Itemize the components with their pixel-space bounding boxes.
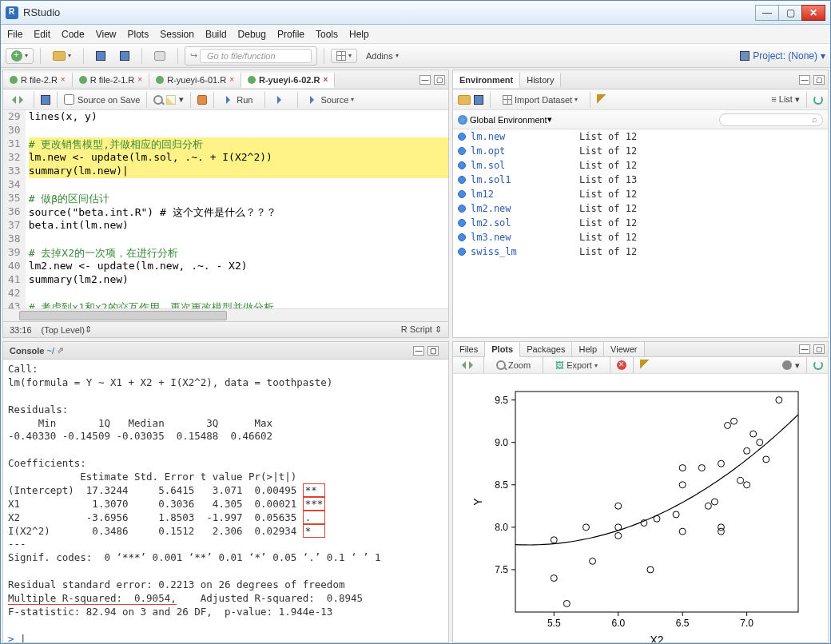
forward-icon[interactable] [19, 96, 27, 104]
object-icon [458, 133, 466, 141]
maximize-button[interactable]: ▢ [778, 5, 802, 21]
clear-plots-icon[interactable] [640, 360, 651, 371]
compile-icon[interactable] [197, 95, 207, 105]
app-title: RStudio [23, 6, 60, 18]
run-button[interactable]: Run [221, 93, 258, 107]
svg-point-21 [551, 575, 557, 582]
save-env-icon[interactable] [474, 95, 483, 105]
minimize-pane-icon[interactable]: — [799, 344, 810, 354]
menu-session[interactable]: Session [160, 29, 194, 40]
source-tab[interactable]: R-yueyi-6-02.R× [241, 73, 335, 88]
source-on-save-checkbox[interactable] [64, 94, 74, 105]
svg-point-34 [679, 482, 686, 488]
save-all-button[interactable] [114, 49, 135, 63]
minimize-button[interactable]: — [755, 5, 779, 21]
tab-help[interactable]: Help [572, 342, 604, 356]
svg-point-42 [724, 422, 730, 428]
file-type-label[interactable]: R Script [401, 324, 432, 334]
tab-history[interactable]: History [520, 73, 561, 87]
env-item[interactable]: lm.sol1List of 13 [453, 173, 828, 187]
source-statusbar: 33:16 (Top Level) ⇕ R Script ⇕ [3, 321, 448, 337]
env-item[interactable]: lm3.newList of 12 [453, 230, 828, 244]
svg-text:9.0: 9.0 [495, 437, 508, 448]
list-mode-button[interactable]: List [779, 94, 793, 104]
env-item[interactable]: lm12List of 12 [453, 187, 828, 201]
tab-viewer[interactable]: Viewer [604, 342, 644, 356]
source-tab[interactable]: R file-2-1.R× [73, 73, 149, 87]
console-header: Console ~/ ⇗ —▢ [3, 342, 448, 360]
menu-edit[interactable]: Edit [34, 29, 50, 40]
menu-plots[interactable]: Plots [128, 29, 149, 40]
find-icon[interactable] [153, 95, 163, 105]
close-button[interactable]: ✕ [801, 5, 825, 21]
gear-icon[interactable] [782, 360, 792, 370]
menu-file[interactable]: File [7, 29, 22, 40]
print-button[interactable] [149, 49, 171, 63]
menu-code[interactable]: Code [62, 29, 85, 40]
addins-button[interactable]: Addins ▾ [360, 49, 404, 63]
env-item[interactable]: lm.optList of 12 [453, 144, 828, 158]
object-icon [458, 190, 466, 198]
maximize-pane-icon[interactable]: ▢ [427, 346, 439, 356]
refresh-plot-icon[interactable] [813, 360, 823, 370]
env-item[interactable]: lm.solList of 12 [453, 158, 828, 173]
prev-plot-icon[interactable] [458, 361, 466, 369]
svg-point-27 [614, 524, 621, 531]
code-editor[interactable]: 293031323334353637383940414243444546 lin… [3, 110, 448, 308]
zoom-button[interactable]: Zoom [491, 358, 536, 372]
scope-label[interactable]: (Top Level) [42, 325, 85, 335]
save-icon[interactable] [41, 95, 50, 105]
maximize-pane-icon[interactable]: ▢ [434, 75, 445, 85]
menu-build[interactable]: Build [205, 29, 227, 40]
open-button[interactable]: ▾ [47, 49, 77, 63]
back-icon[interactable] [8, 96, 16, 104]
rerun-button[interactable] [272, 93, 291, 106]
object-icon [458, 176, 466, 184]
svg-point-43 [730, 418, 737, 424]
env-search-input[interactable] [719, 113, 823, 126]
env-scope-label[interactable]: Global Environment [470, 115, 547, 125]
load-icon[interactable] [458, 95, 471, 105]
minimize-pane-icon[interactable]: — [419, 75, 431, 85]
env-item[interactable]: lm2.newList of 12 [453, 201, 828, 216]
svg-text:9.5: 9.5 [495, 395, 508, 406]
maximize-pane-icon[interactable]: ▢ [813, 344, 825, 354]
menu-help[interactable]: Help [349, 29, 369, 40]
console-output[interactable]: Call: lm(formula = Y ~ X1 + X2 + I(X2^2)… [3, 360, 448, 642]
export-button[interactable]: 🖼Export ▾ [550, 358, 603, 372]
gotofile-input[interactable]: ↪Go to file/function [185, 46, 317, 66]
tab-files[interactable]: Files [453, 342, 485, 356]
save-button[interactable] [90, 49, 111, 63]
printer-icon [154, 51, 165, 61]
clear-env-icon[interactable] [597, 94, 608, 105]
wand-icon[interactable] [166, 95, 176, 105]
console-path[interactable]: ~/ [46, 346, 54, 356]
menu-view[interactable]: View [96, 29, 117, 40]
minimize-pane-icon[interactable]: — [799, 75, 810, 85]
tab-packages[interactable]: Packages [520, 342, 572, 356]
tab-plots[interactable]: Plots [485, 342, 520, 357]
source-tab[interactable]: R-yueyi-6-01.R× [149, 73, 241, 87]
minimize-pane-icon[interactable]: — [413, 346, 424, 356]
import-dataset-button[interactable]: Import Dataset ▾ [497, 93, 583, 107]
env-item[interactable]: lm.newList of 12 [453, 129, 828, 144]
workspace-layout-button[interactable]: ▾ [331, 49, 357, 63]
menu-debug[interactable]: Debug [238, 29, 266, 40]
tab-environment[interactable]: Environment [453, 73, 520, 88]
remove-plot-icon[interactable] [617, 360, 626, 370]
h-scrollbar[interactable] [3, 308, 448, 321]
new-file-button[interactable]: ▾ [6, 48, 34, 64]
menu-tools[interactable]: Tools [316, 29, 338, 40]
env-item[interactable]: lm2.solList of 12 [453, 216, 828, 230]
source-button[interactable]: Source ▾ [304, 93, 360, 107]
source-tab[interactable]: R file-2.R× [3, 73, 73, 87]
source-toolbar: Source on Save ▾ Run Source ▾ [3, 89, 448, 110]
maximize-pane-icon[interactable]: ▢ [813, 75, 825, 85]
menu-profile[interactable]: Profile [277, 29, 304, 40]
env-item[interactable]: swiss_lmList of 12 [453, 244, 828, 259]
next-plot-icon[interactable] [469, 361, 477, 369]
folder-icon [53, 51, 66, 61]
svg-point-47 [749, 431, 756, 437]
project-menu[interactable]: Project: (None) ▾ [740, 50, 825, 62]
refresh-icon[interactable] [813, 95, 823, 105]
